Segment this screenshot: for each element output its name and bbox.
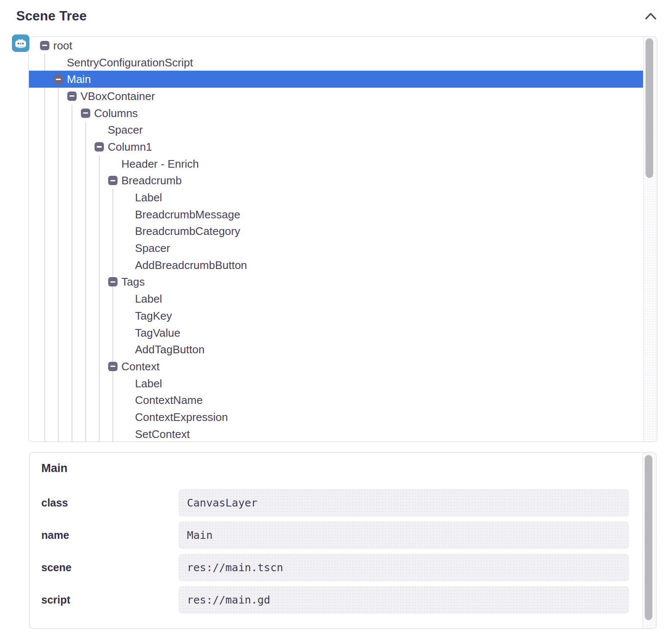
field-value: CanvasLayer xyxy=(178,489,629,517)
tree-node-spacer[interactable]: Spacer xyxy=(29,240,644,257)
tree-node-label[interactable]: Label xyxy=(29,290,644,307)
tree-node-label: AddTagButton xyxy=(135,344,204,355)
tree-node-tagvalue[interactable]: TagValue xyxy=(29,324,644,341)
tree-rows: rootSentryConfigurationScriptMainVBoxCon… xyxy=(29,37,644,441)
tree-node-addtagbutton[interactable]: AddTagButton xyxy=(29,341,644,358)
tree-node-main[interactable]: Main xyxy=(29,71,644,88)
tree-node-setcontext[interactable]: SetContext xyxy=(29,426,644,441)
tree-node-label: Breadcrumb xyxy=(121,175,182,186)
tree-node-label: Columns xyxy=(94,108,138,119)
tree-node-label: Tags xyxy=(121,276,145,287)
tree-node-label[interactable]: Label xyxy=(29,189,644,206)
field-row-scene: sceneres://main.tscn xyxy=(30,554,643,581)
collapse-minus-icon[interactable] xyxy=(108,277,118,286)
tree-scrollbar-track[interactable] xyxy=(643,37,657,441)
scene-tree: rootSentryConfigurationScriptMainVBoxCon… xyxy=(29,37,644,441)
chevron-up-icon[interactable] xyxy=(645,11,657,21)
tree-node-vboxcontainer[interactable]: VBoxContainer xyxy=(29,88,644,105)
tree-node-breadcrumbmessage[interactable]: BreadcrumbMessage xyxy=(29,206,644,223)
tree-node-label: Header - Enrich xyxy=(121,158,199,169)
tree-node-label: SentryConfigurationScript xyxy=(67,57,193,68)
collapse-minus-icon[interactable] xyxy=(95,142,104,152)
field-row-class: classCanvasLayer xyxy=(30,489,643,517)
tree-node-label: Spacer xyxy=(135,243,170,254)
page-title: Scene Tree xyxy=(16,9,87,24)
tree-node-label: ContextExpression xyxy=(135,412,228,423)
field-value: res://main.tscn xyxy=(178,554,629,581)
tree-node-addbreadcrumbbutton[interactable]: AddBreadcrumbButton xyxy=(29,257,644,274)
tree-node-spacer[interactable]: Spacer xyxy=(29,121,644,138)
collapse-minus-icon[interactable] xyxy=(40,41,49,50)
details-scrollbar-thumb[interactable] xyxy=(645,455,652,620)
node-details-panel: Main classCanvasLayernameMainsceneres://… xyxy=(29,452,657,629)
tree-node-contextexpression[interactable]: ContextExpression xyxy=(29,409,644,426)
tree-node-column1[interactable]: Column1 xyxy=(29,138,644,155)
tree-node-label: SetContext xyxy=(135,429,190,440)
tree-node-label: Label xyxy=(135,378,162,389)
details-scrollbar-track[interactable] xyxy=(642,453,656,628)
tree-node-label: TagValue xyxy=(135,327,181,338)
field-value: Main xyxy=(178,521,629,549)
tree-node-label: TagKey xyxy=(135,310,172,321)
field-row-script: scriptres://main.gd xyxy=(30,586,643,614)
tree-node-label: root xyxy=(53,40,72,51)
tree-node-label: BreadcrumbMessage xyxy=(135,209,240,220)
collapse-minus-icon[interactable] xyxy=(81,109,90,118)
field-value: res://main.gd xyxy=(178,586,629,614)
tree-node-tags[interactable]: Tags xyxy=(29,274,644,291)
collapse-minus-icon[interactable] xyxy=(54,74,63,84)
tree-node-columns[interactable]: Columns xyxy=(29,105,644,122)
tree-node-tagkey[interactable]: TagKey xyxy=(29,307,644,324)
tree-node-header-enrich[interactable]: Header - Enrich xyxy=(29,155,644,172)
collapse-minus-icon[interactable] xyxy=(108,362,118,371)
tree-node-context[interactable]: Context xyxy=(29,358,644,375)
tree-node-contextname[interactable]: ContextName xyxy=(29,392,644,409)
tree-node-sentryconfigurationscript[interactable]: SentryConfigurationScript xyxy=(29,54,644,71)
tree-node-label[interactable]: Label xyxy=(29,375,644,392)
tree-node-label: ContextName xyxy=(135,395,203,406)
tree-node-label: Label xyxy=(135,293,162,304)
field-label: class xyxy=(30,489,178,517)
tree-node-label: Context xyxy=(121,361,160,372)
tree-scrollbar-thumb[interactable] xyxy=(646,38,653,178)
tree-node-label: Label xyxy=(135,192,162,203)
tree-node-root[interactable]: root xyxy=(29,37,644,54)
tree-node-breadcrumbcategory[interactable]: BreadcrumbCategory xyxy=(29,223,644,240)
field-label: script xyxy=(30,586,178,614)
details-title: Main xyxy=(41,462,68,475)
tree-node-label: AddBreadcrumbButton xyxy=(135,260,247,271)
tree-node-label: BreadcrumbCategory xyxy=(135,226,240,237)
collapse-minus-icon[interactable] xyxy=(67,92,77,101)
tree-node-breadcrumb[interactable]: Breadcrumb xyxy=(29,172,644,189)
tree-node-label: Spacer xyxy=(108,124,143,135)
godot-logo-icon xyxy=(12,34,29,52)
field-label: scene xyxy=(30,554,178,581)
field-row-name: nameMain xyxy=(30,521,643,549)
collapse-minus-icon[interactable] xyxy=(108,176,118,185)
tree-node-label: Column1 xyxy=(108,141,152,152)
tree-node-label: Main xyxy=(67,74,91,85)
tree-node-label: VBoxContainer xyxy=(80,91,155,102)
scene-tree-panel: rootSentryConfigurationScriptMainVBoxCon… xyxy=(28,36,658,442)
field-label: name xyxy=(30,521,178,549)
details-fields: classCanvasLayernameMainsceneres://main.… xyxy=(30,489,643,618)
